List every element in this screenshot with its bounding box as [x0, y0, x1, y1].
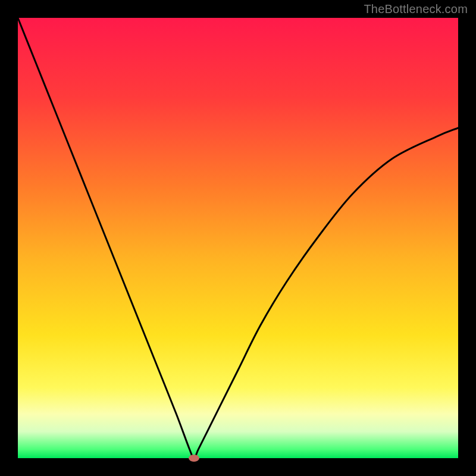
watermark-text: TheBottleneck.com	[364, 2, 468, 16]
minimum-marker	[189, 455, 199, 462]
chart-frame: TheBottleneck.com	[0, 0, 476, 476]
bottleneck-chart	[0, 0, 476, 476]
gradient-background	[18, 18, 458, 458]
